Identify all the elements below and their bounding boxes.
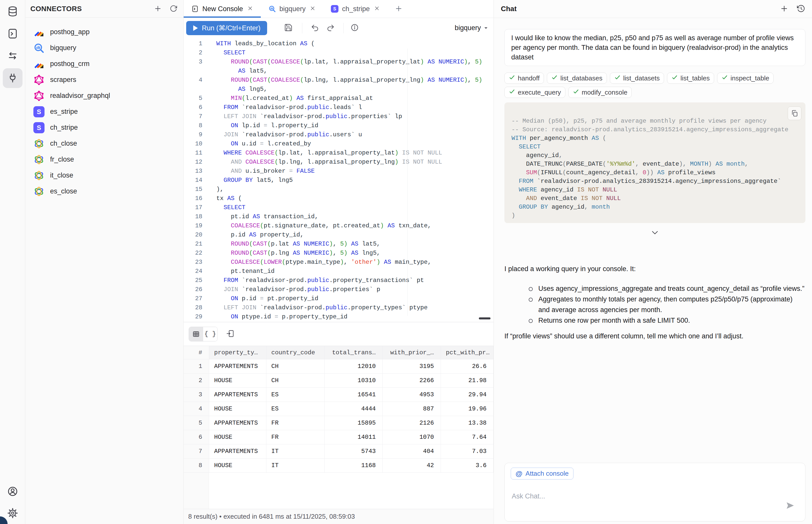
editor-line[interactable]: 2 SELECT bbox=[184, 48, 493, 58]
editor-line[interactable]: 7 LEFT JOIN `realadvisor-prod.public.pro… bbox=[184, 112, 493, 121]
editor-line[interactable]: 26 JOIN `realadvisor-prod.public.propert… bbox=[184, 285, 493, 294]
editor-line[interactable]: 3 ROUND(CAST(COALESCE(lp.lat, l.appraisa… bbox=[184, 58, 493, 66]
editor-line[interactable]: 6 FROM `realadvisor-prod.public.leads` l bbox=[184, 103, 493, 112]
undo-icon[interactable] bbox=[310, 23, 320, 33]
tool-chip-list_tables[interactable]: list_tables bbox=[667, 72, 714, 84]
tool-chip-list_datasets[interactable]: list_datasets bbox=[610, 72, 664, 84]
editor-line[interactable]: 16tx AS ( bbox=[184, 194, 493, 203]
connector-item-scrapers[interactable]: scrapers bbox=[25, 72, 183, 88]
editor-line[interactable]: 22 ROUND(CAST(p.lng AS NUMERIC), 5) AS l… bbox=[184, 249, 493, 258]
editor-line[interactable]: 20 p.id AS property_id, bbox=[184, 230, 493, 240]
send-icon[interactable] bbox=[785, 501, 795, 511]
editor-line[interactable]: AS lng5, bbox=[184, 85, 493, 94]
table-view-button[interactable] bbox=[189, 327, 203, 341]
editor-line[interactable]: 1WITH leads_by_location AS ( bbox=[184, 39, 493, 48]
chat-history-icon[interactable] bbox=[796, 4, 806, 13]
json-view-button[interactable]: { } bbox=[203, 327, 217, 341]
tool-chip-handoff[interactable]: handoff bbox=[504, 72, 544, 84]
tool-chip-inspect_table[interactable]: inspect_table bbox=[717, 72, 774, 84]
info-icon[interactable] bbox=[350, 23, 360, 33]
editor-line[interactable]: 19 COALESCE(pt.signature_date, pt.create… bbox=[184, 221, 493, 230]
connector-item-es_stripe[interactable]: Ses_stripe bbox=[25, 104, 183, 120]
table-row[interactable]: 5APPARTEMENTSFR15895212613.38 bbox=[184, 416, 493, 430]
editor-line[interactable]: 15), bbox=[184, 185, 493, 194]
editor-line[interactable]: 27 ON p.id = pt.property_id bbox=[184, 294, 493, 303]
editor-line[interactable]: 29 ON ptype.id = p.property_type_id bbox=[184, 312, 493, 322]
connector-item-fr_close[interactable]: fr_close bbox=[25, 151, 183, 167]
rail-transfers-button[interactable] bbox=[3, 46, 22, 66]
table-row[interactable]: 4HOUSEES444488719.96 bbox=[184, 402, 493, 416]
table-cell: 4 bbox=[184, 402, 209, 416]
line-number: 7 bbox=[184, 112, 202, 121]
connector-item-it_close[interactable]: it_close bbox=[25, 167, 183, 183]
rail-connectors-button[interactable] bbox=[3, 68, 22, 88]
column-header-property_ty[interactable]: property_ty… bbox=[209, 346, 266, 359]
editor-line[interactable]: 18 pt.id AS transaction_id, bbox=[184, 212, 493, 221]
table-row[interactable]: 7APPARTEMENTSIT57434047.03 bbox=[184, 444, 493, 459]
tab-new-console[interactable]: New Console bbox=[184, 0, 261, 18]
new-chat-icon[interactable] bbox=[780, 4, 789, 13]
close-tab-icon[interactable] bbox=[247, 5, 253, 12]
editor-line[interactable]: 23 COALESCE(LOWER(ptype.main_type), 'oth… bbox=[184, 258, 493, 267]
editor-line[interactable]: 24 pt.tenant_id bbox=[184, 267, 493, 276]
table-row[interactable]: 3APPARTEMENTSES16541495329.94 bbox=[184, 388, 493, 402]
editor-line[interactable]: 13 AND u.is_broker = FALSE bbox=[184, 167, 493, 176]
editor-line[interactable]: AS lat5, bbox=[184, 66, 493, 76]
refresh-connectors-button[interactable] bbox=[169, 4, 178, 13]
attach-console-button[interactable]: @ Attach console bbox=[511, 468, 573, 479]
line-number: 3 bbox=[184, 58, 202, 66]
editor-line[interactable]: 4 ROUND(CAST(COALESCE(lp.lng, l.appraisa… bbox=[184, 76, 493, 85]
sql-editor[interactable]: 1WITH leads_by_location AS (2 SELECT3 RO… bbox=[184, 38, 493, 322]
editor-line[interactable]: 21 ROUND(CAST(p.lat AS NUMERIC), 5) AS l… bbox=[184, 240, 493, 249]
expand-code-button[interactable] bbox=[504, 227, 806, 238]
column-header-pct_with_pr[interactable]: pct_with_pr… bbox=[441, 346, 493, 359]
export-results-icon[interactable] bbox=[225, 328, 236, 340]
engine-selector[interactable]: bigquery bbox=[455, 24, 488, 32]
column-header-with_prior_[interactable]: with_prior_… bbox=[383, 346, 441, 359]
editor-line[interactable]: 5 MIN(l.created_at) AS first_appraisal_a… bbox=[184, 94, 493, 103]
column-header-country_code[interactable]: country_code bbox=[266, 346, 324, 359]
tool-chip-list_databases[interactable]: list_databases bbox=[547, 72, 606, 84]
editor-line[interactable]: 17 SELECT bbox=[184, 203, 493, 212]
editor-line[interactable]: 10 ON u.id = l.created_by bbox=[184, 140, 493, 148]
new-tab-button[interactable] bbox=[395, 0, 403, 18]
editor-line[interactable]: 8 ON lp.id = l.property_id bbox=[184, 121, 493, 130]
close-tab-icon[interactable] bbox=[374, 5, 380, 12]
table-row[interactable]: 1APPARTEMENTSCH12010319526.6 bbox=[184, 359, 493, 374]
connector-item-ch_stripe[interactable]: Sch_stripe bbox=[25, 120, 183, 135]
rail-databases-button[interactable] bbox=[3, 1, 22, 21]
rail-console-button[interactable] bbox=[3, 24, 22, 44]
editor-line[interactable]: 9 JOIN `realadvisor-prod.public.users` u bbox=[184, 130, 493, 140]
editor-line[interactable]: 28 LEFT JOIN `realadvisor-prod.public.pr… bbox=[184, 303, 493, 312]
redo-icon[interactable] bbox=[326, 23, 336, 33]
tab-ch_stripe[interactable]: Sch_stripe bbox=[323, 0, 388, 18]
add-connector-button[interactable] bbox=[153, 4, 162, 13]
connector-item-posthog_crm[interactable]: posthog_crm bbox=[25, 56, 183, 72]
editor-line[interactable]: 25 FROM `realadvisor-prod.public.propert… bbox=[184, 276, 493, 285]
editor-scrollbar-thumb[interactable] bbox=[479, 317, 490, 320]
connector-label: ch_stripe bbox=[50, 124, 78, 131]
editor-line[interactable]: 11 WHERE COALESCE(lp.lat, l.appraisal_pr… bbox=[184, 148, 493, 158]
column-header-total_trans[interactable]: total_trans… bbox=[324, 346, 383, 359]
tab-bigquery[interactable]: bigquery bbox=[261, 0, 324, 18]
table-row[interactable]: 6HOUSEFR1401110707.64 bbox=[184, 430, 493, 444]
save-icon[interactable] bbox=[283, 23, 293, 33]
chat-input-box[interactable]: @ Attach console Ask Chat... bbox=[504, 463, 806, 522]
editor-line[interactable]: 12 AND COALESCE(lp.lng, l.appraisal_prop… bbox=[184, 158, 493, 167]
copy-code-button[interactable] bbox=[788, 107, 801, 120]
table-row[interactable]: 2HOUSECH10310226621.98 bbox=[184, 374, 493, 388]
connector-item-posthog_app[interactable]: posthog_app bbox=[25, 24, 183, 40]
editor-line[interactable]: 14 GROUP BY lat5, lng5 bbox=[184, 176, 493, 185]
close-tab-icon[interactable] bbox=[310, 5, 316, 12]
connector-item-ch_close[interactable]: ch_close bbox=[25, 135, 183, 151]
connector-item-es_close[interactable]: es_close bbox=[25, 183, 183, 199]
tool-chip-execute_query[interactable]: execute_query bbox=[504, 87, 565, 98]
tool-chip-modify_console[interactable]: modify_console bbox=[568, 87, 632, 98]
connector-item-realadvisor_graphql[interactable]: realadvisor_graphql bbox=[25, 88, 183, 104]
connector-item-bigquery[interactable]: bigquery bbox=[25, 40, 183, 56]
rail-account-button[interactable] bbox=[3, 481, 22, 501]
run-button[interactable]: Run (⌘/Ctrl+Enter) bbox=[186, 21, 267, 35]
connector-label: es_close bbox=[50, 187, 77, 195]
column-header-[interactable]: # bbox=[184, 346, 209, 359]
table-row[interactable]: 8HOUSEIT1168423.6 bbox=[184, 459, 493, 473]
